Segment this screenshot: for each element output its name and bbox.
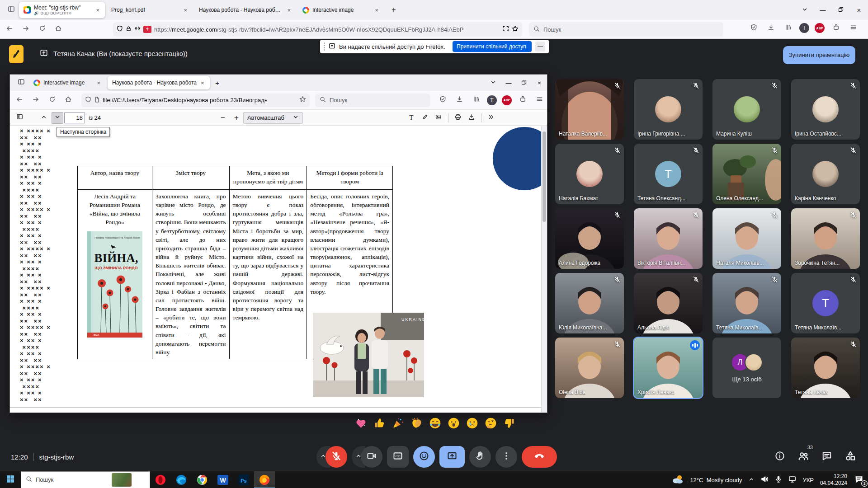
new-tab-button[interactable]: + (385, 3, 403, 17)
extension-icon[interactable] (830, 22, 842, 34)
participant-tile[interactable]: TТетяна Миколаїв... (791, 273, 860, 333)
inner-firefox-view-button[interactable] (14, 76, 28, 89)
inner-restore-button[interactable] (516, 75, 532, 90)
reaction-laugh-icon[interactable] (429, 417, 441, 429)
url-bar[interactable]: https://meet.google.com/stg-stjs-rbw?fbc… (113, 22, 522, 37)
reactions-button[interactable] (413, 446, 435, 468)
pdf-zoom-in-button[interactable]: + (231, 112, 242, 124)
taskbar-app-word[interactable]: W (212, 471, 233, 488)
menu-icon[interactable] (847, 22, 859, 34)
taskbar-app-opera[interactable] (150, 471, 171, 488)
home-button[interactable] (52, 23, 65, 36)
inner-browser-tab[interactable]: Interactive image× (29, 76, 106, 89)
browser-tab[interactable]: Prog_konf.pdf× (107, 2, 193, 18)
reaction-party-icon[interactable] (392, 417, 404, 429)
pdf-tools-expand[interactable] (485, 112, 497, 124)
more-participants[interactable]: Л Ще 13 осіб (712, 338, 781, 398)
participant-tile[interactable]: Вікторія Віталіївн... (634, 208, 703, 269)
inner-minimize-button[interactable]: — (501, 75, 516, 90)
pdf-zoom-out-button[interactable]: − (217, 112, 229, 124)
drag-grip-icon[interactable] (324, 42, 325, 51)
pdf-sidebar-toggle[interactable] (14, 112, 25, 124)
raise-hand-button[interactable] (469, 446, 491, 468)
network-icon[interactable] (788, 475, 796, 484)
mic-muted-button[interactable] (326, 446, 347, 468)
minimize-notice-button[interactable]: — (535, 42, 545, 52)
tracking-protection-icon[interactable] (117, 25, 123, 33)
weather-icon[interactable] (672, 474, 684, 486)
pdf-image-tool[interactable] (433, 112, 444, 124)
downloads-icon[interactable] (765, 22, 777, 34)
taskbar-search[interactable]: Пошук (21, 471, 150, 488)
tab-close-icon[interactable]: × (183, 7, 188, 14)
tab-close-icon[interactable]: × (374, 7, 379, 14)
taskbar-app-photoshop[interactable]: Ps (233, 471, 254, 488)
participant-tile[interactable]: TТетяна Олександ... (634, 144, 703, 204)
pdf-draw-tool[interactable] (419, 112, 431, 124)
inner-extension-icon[interactable] (517, 94, 528, 106)
tab-close-icon[interactable]: × (286, 7, 292, 14)
reaction-thumbs-down-icon[interactable] (503, 417, 515, 429)
pdf-download-button[interactable] (466, 112, 477, 124)
activities-icon[interactable] (844, 451, 856, 463)
pdf-zoom-select[interactable]: Автомасштаб (243, 112, 303, 124)
present-button[interactable] (439, 446, 465, 468)
reaction-thinking-icon[interactable] (484, 417, 497, 429)
participant-tile[interactable]: Тетяна Миколаїв... (712, 273, 781, 333)
inner-adblock-icon[interactable]: ABP (502, 95, 512, 105)
stop-presenting-button[interactable]: Зупинити презентацію (783, 46, 855, 64)
participant-tile[interactable]: Тетяна Качак (791, 338, 860, 398)
start-button[interactable] (0, 471, 21, 488)
minimize-window-button[interactable]: — (814, 3, 832, 17)
inner-home-button[interactable] (61, 94, 75, 107)
inner-reload-button[interactable] (45, 94, 59, 107)
pdf-page-input[interactable] (64, 113, 85, 123)
browser-tab[interactable]: Interactive image× (298, 2, 384, 18)
bookmark-star-icon[interactable] (512, 25, 519, 34)
participant-tile[interactable]: Христя Ленько (634, 338, 703, 398)
taskbar-app-firefox[interactable] (254, 471, 275, 488)
inner-forward-button[interactable] (29, 94, 42, 107)
participant-tile[interactable]: Ірина Григорівна ... (634, 79, 703, 140)
participant-tile[interactable]: Наталія Бахмат (555, 144, 624, 204)
participant-tile[interactable]: Наталка Валеріїв... (555, 79, 624, 140)
reload-button[interactable] (35, 23, 49, 36)
participant-tile[interactable]: Юлія Миколаївна... (555, 273, 624, 333)
browser-tab[interactable]: Наукова робота - Наукова робота× (194, 2, 296, 18)
participants-icon[interactable]: 33 (797, 451, 809, 463)
tab-close-icon[interactable]: × (200, 80, 205, 86)
language-indicator[interactable]: УКР (802, 477, 814, 483)
adblock-icon[interactable]: ABP (815, 23, 825, 33)
captions-button[interactable]: CC (387, 446, 409, 468)
back-button[interactable] (3, 23, 16, 36)
sharing-app-icon[interactable] (9, 45, 24, 63)
inner-close-button[interactable]: × (532, 75, 547, 90)
participant-tile[interactable]: Алина Годорожа (555, 208, 624, 269)
participant-tile[interactable]: Ірина Остапйовс... (791, 79, 860, 140)
library-icon[interactable] (782, 22, 794, 34)
meeting-details-icon[interactable] (774, 451, 786, 463)
inner-url-bar[interactable]: file:///C:/Users/Tetyana/Desktop/наукова… (81, 94, 310, 107)
camera-button[interactable] (361, 446, 382, 468)
inner-downloads-icon[interactable] (453, 94, 465, 106)
notifications-icon[interactable]: 1 (854, 474, 864, 485)
tray-mic-icon[interactable] (775, 476, 782, 484)
tray-expand-icon[interactable] (748, 476, 755, 484)
inner-back-button[interactable] (13, 94, 26, 107)
participant-tile[interactable]: Л Ще 13 осіб (712, 338, 781, 398)
participant-tile[interactable]: Марина Куліш (712, 79, 781, 140)
participant-tile[interactable]: Олена Олександ... (712, 144, 781, 204)
inner-menu-icon[interactable] (533, 94, 545, 106)
search-bar[interactable]: Пошук (529, 22, 723, 37)
sharing-indicator-icon[interactable] (143, 26, 151, 33)
forward-button[interactable] (19, 23, 33, 36)
inner-list-tabs-icon[interactable] (486, 75, 501, 90)
close-window-button[interactable]: × (850, 3, 868, 17)
inner-pocket-shield-icon[interactable] (437, 94, 448, 106)
lock-icon[interactable] (126, 25, 132, 33)
tab-close-icon[interactable]: × (95, 7, 100, 14)
pdf-text-tool[interactable]: T (406, 112, 417, 124)
participant-tile[interactable]: Наталя Миколаїв... (712, 208, 781, 269)
volume-icon[interactable] (761, 475, 769, 484)
inner-shield-icon[interactable] (85, 96, 91, 104)
